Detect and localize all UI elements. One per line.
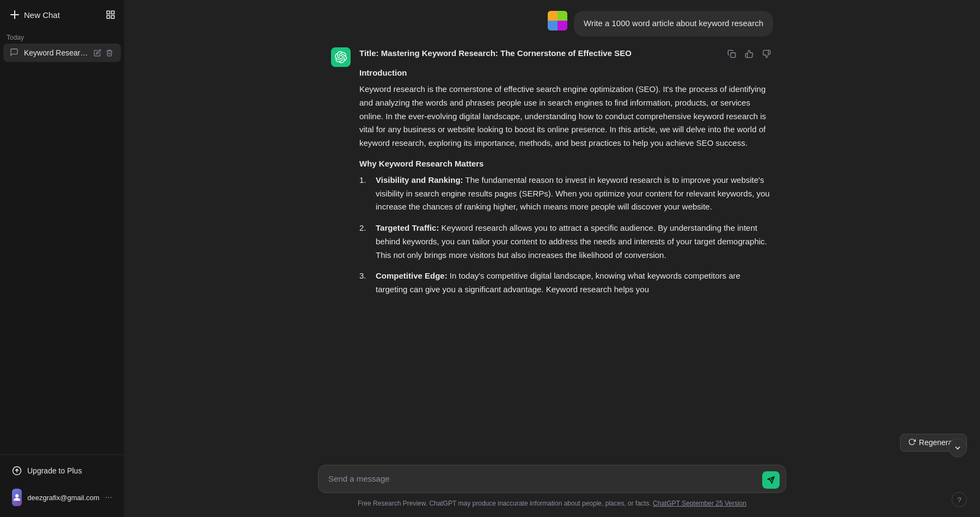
today-section-label: Today [0, 29, 124, 44]
list-number-2: 2. [359, 221, 370, 262]
response-title: Title: Mastering Keyword Research: The C… [359, 47, 632, 60]
svg-rect-10 [731, 53, 736, 58]
title-actions-row: Title: Mastering Keyword Research: The C… [359, 47, 773, 69]
list-item-3-bold: Competitive Edge: [376, 271, 448, 280]
message-wrapper: Write a 1000 word article about keyword … [318, 11, 786, 305]
list-item-2-bold: Targeted Traffic: [376, 223, 439, 232]
list-section: 1. Visibility and Ranking: The fundament… [359, 174, 773, 297]
main-content: Write a 1000 word article about keyword … [124, 0, 980, 517]
intro-heading: Introduction [359, 68, 773, 77]
chat-container[interactable]: Write a 1000 word article about keyword … [124, 0, 980, 429]
why-section: Why Keyword Research Matters 1. Visibili… [359, 159, 773, 297]
assistant-message: Title: Mastering Keyword Research: The C… [331, 47, 773, 305]
svg-rect-3 [112, 16, 114, 19]
footer-link[interactable]: ChatGPT September 25 Version [653, 500, 746, 507]
svg-rect-7 [558, 11, 567, 21]
svg-rect-9 [558, 21, 567, 30]
compose-button[interactable] [102, 7, 119, 23]
chat-history-item[interactable]: Keyword Research for S [3, 44, 121, 62]
upgrade-button[interactable]: Upgrade to Plus [7, 461, 118, 480]
upgrade-label: Upgrade to Plus [27, 466, 82, 475]
scroll-down-button[interactable] [948, 439, 967, 457]
list-number-1: 1. [359, 174, 370, 214]
user-profile[interactable]: deezgrafix@gmail.com ··· [7, 484, 118, 510]
list-item-2-content: Targeted Traffic: Keyword research allow… [376, 221, 773, 262]
assistant-content: Title: Mastering Keyword Research: The C… [359, 47, 773, 305]
new-chat-label: New Chat [24, 10, 60, 20]
list-item: 2. Targeted Traffic: Keyword research al… [359, 221, 773, 262]
thumbup-button[interactable] [743, 47, 756, 60]
copy-button[interactable] [725, 47, 738, 60]
svg-rect-2 [107, 16, 109, 19]
sidebar-footer: Upgrade to Plus deezgrafix@gmail.com ··· [0, 454, 124, 517]
regenerate-icon [908, 438, 916, 447]
input-box-wrapper [318, 465, 786, 496]
edit-chat-button[interactable] [93, 48, 102, 58]
user-more-button[interactable]: ··· [105, 493, 112, 502]
user-email: deezgrafix@gmail.com [27, 494, 99, 502]
svg-point-5 [15, 494, 19, 497]
help-button[interactable]: ? [952, 492, 967, 507]
list-item: 3. Competitive Edge: In today's competit… [359, 269, 773, 297]
assistant-actions [725, 47, 773, 60]
svg-rect-1 [112, 11, 114, 14]
intro-section: Introduction Keyword research is the cor… [359, 68, 773, 150]
user-message: Write a 1000 word article about keyword … [331, 11, 773, 36]
svg-rect-8 [548, 21, 558, 30]
plus-icon [10, 10, 20, 20]
avatar [12, 489, 22, 506]
avatar-image [12, 489, 22, 506]
svg-rect-0 [107, 11, 109, 14]
user-avatar-image [548, 11, 567, 30]
footer-disclaimer: Free Research Preview. ChatGPT may produ… [318, 495, 786, 514]
input-area: Free Research Preview. ChatGPT may produ… [124, 458, 980, 518]
chat-icon [10, 48, 20, 58]
thumbdown-button[interactable] [760, 47, 773, 60]
why-heading: Why Keyword Research Matters [359, 159, 773, 168]
send-button[interactable] [762, 471, 780, 489]
regenerate-area: Regenerate [124, 429, 980, 456]
chat-input[interactable] [318, 465, 786, 494]
scroll-down-area [948, 439, 967, 457]
help-icon: ? [957, 496, 961, 504]
user-bubble: Write a 1000 word article about keyword … [574, 11, 773, 36]
new-chat-button[interactable]: New Chat [5, 7, 102, 23]
list-item: 1. Visibility and Ranking: The fundament… [359, 174, 773, 214]
chat-title: Keyword Research for S [24, 48, 88, 57]
sidebar: New Chat Today Keyword Research for S [0, 0, 124, 517]
intro-paragraph: Keyword research is the cornerstone of e… [359, 83, 773, 150]
delete-chat-button[interactable] [105, 48, 114, 58]
list-item-1-content: Visibility and Ranking: The fundamental … [376, 174, 773, 214]
disclaimer-text: Free Research Preview. ChatGPT may produ… [358, 500, 651, 507]
list-item-3-content: Competitive Edge: In today's competitive… [376, 269, 773, 297]
user-avatar [548, 11, 567, 30]
chat-actions [93, 48, 114, 58]
gpt-avatar [331, 47, 351, 67]
sidebar-header: New Chat [0, 0, 124, 29]
list-number-3: 3. [359, 269, 370, 297]
list-item-1-bold: Visibility and Ranking: [376, 175, 463, 184]
svg-rect-6 [548, 11, 558, 21]
